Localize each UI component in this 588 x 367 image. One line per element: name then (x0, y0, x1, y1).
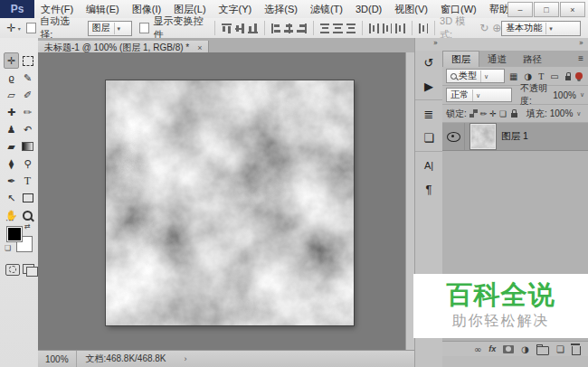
path-selection-tool[interactable]: ↖ (4, 190, 19, 206)
filter-kind-dropdown[interactable]: 类型 ∨ (446, 69, 505, 83)
actions-panel-icon[interactable]: ▶ (415, 74, 442, 98)
eraser-tool[interactable]: ▰ (4, 138, 19, 155)
swap-colors-icon[interactable]: ⇄ (24, 222, 31, 231)
rectangle-icon (23, 193, 33, 202)
distribute-horizontal-centers-icon[interactable] (383, 24, 392, 33)
link-layers-icon[interactable]: ∞ (474, 344, 481, 354)
blend-mode-dropdown[interactable]: 正常 ∨ (446, 88, 512, 102)
pen-tool[interactable]: ✒ (4, 173, 19, 189)
move-tool[interactable]: ✛ (4, 52, 19, 69)
menu-filter[interactable]: 滤镜(T) (304, 0, 349, 18)
align-top-edges-icon[interactable] (222, 24, 231, 33)
zoom-tool[interactable] (20, 207, 35, 223)
menu-select[interactable]: 选择(S) (258, 0, 304, 18)
3d-orbit-icon[interactable]: ↻ (479, 22, 488, 34)
lock-artboard-icon[interactable]: ❏ (499, 109, 507, 118)
align-horizontal-centers-icon[interactable] (284, 24, 293, 33)
blur-tool[interactable]: ⧫ (4, 155, 19, 172)
rectangle-tool[interactable] (20, 190, 35, 206)
adjustment-layer-icon[interactable]: ◑ (521, 344, 529, 354)
tool-preset-caret-icon[interactable]: ▾ (18, 25, 21, 32)
show-transform-checkbox[interactable] (139, 23, 150, 33)
history-panel-icon[interactable]: ↺ (415, 51, 442, 74)
collapse-panels-icon[interactable]: » (579, 39, 583, 47)
tab-channels[interactable]: 通道 (479, 52, 515, 67)
panel-menu-icon[interactable]: ≡ (578, 53, 583, 63)
close-button[interactable]: × (560, 2, 585, 17)
layer-row-selected[interactable]: 图层 1 (442, 123, 588, 151)
lasso-tool[interactable]: ϱ (4, 70, 19, 86)
workspace-dropdown[interactable]: 基本功能 ▾ (501, 21, 581, 36)
3d-pan-icon[interactable]: ⊕ (492, 22, 501, 34)
foreground-color-swatch[interactable] (6, 226, 23, 242)
filter-shape-layers-icon[interactable]: ▭ (550, 71, 558, 81)
align-bottom-edges-icon[interactable] (248, 24, 257, 33)
menu-3d[interactable]: 3D(D) (349, 0, 388, 18)
visibility-cell[interactable] (442, 123, 465, 150)
distribute-top-edges-icon[interactable] (320, 24, 329, 33)
screen-mode-button[interactable] (23, 264, 34, 274)
menu-view[interactable]: 视图(V) (388, 0, 434, 18)
history-brush-tool[interactable]: ↶ (20, 121, 35, 137)
zoom-level-field[interactable]: 100% (38, 351, 77, 367)
filter-type-layers-icon[interactable]: T (538, 71, 544, 81)
filter-pixel-layers-icon[interactable]: ▦ (509, 71, 517, 81)
opacity-value[interactable]: 100% (553, 90, 576, 100)
filter-smart-object-lock-icon[interactable] (565, 76, 572, 80)
move-tool-icon[interactable]: ✛ (7, 22, 16, 34)
distribute-spacing-icon[interactable] (419, 24, 428, 33)
tab-close-icon[interactable]: × (197, 43, 202, 52)
align-vertical-centers-icon[interactable] (235, 24, 244, 33)
lock-all-icon[interactable] (511, 113, 517, 118)
filter-adjustment-layers-icon[interactable]: ◑ (524, 71, 532, 81)
new-layer-icon[interactable]: ❏ (556, 344, 564, 354)
fill-value[interactable]: 100% (550, 108, 574, 118)
layer-style-icon[interactable]: fx (488, 344, 496, 353)
rectangular-marquee-tool[interactable] (20, 52, 35, 69)
tab-layers[interactable]: 图层 (442, 51, 479, 67)
distribute-bottom-edges-icon[interactable] (346, 24, 356, 33)
canvas-area[interactable] (38, 52, 414, 351)
layer-thumbnail[interactable] (470, 124, 496, 149)
clouds-image[interactable] (106, 80, 354, 325)
type-tool[interactable]: T (20, 173, 35, 189)
clone-stamp-tool[interactable]: ♟ (4, 121, 19, 137)
collapse-panels-icon[interactable]: » (433, 39, 438, 47)
align-left-edges-icon[interactable] (271, 24, 280, 33)
auto-select-target-dropdown[interactable]: 图层 ▾ (88, 21, 133, 36)
character-panel-icon[interactable]: A| (415, 154, 442, 177)
edit-toolbar-ellipsis[interactable]: ⋯ (5, 215, 15, 225)
add-layer-mask-icon[interactable] (503, 345, 514, 353)
status-options-chevron-icon[interactable]: › (175, 354, 214, 363)
maximize-button[interactable]: □ (534, 2, 559, 17)
layer-filter-toggle-icon[interactable] (575, 72, 583, 80)
align-right-edges-icon[interactable] (297, 24, 306, 33)
distribute-vertical-centers-icon[interactable] (333, 24, 342, 33)
tab-paths[interactable]: 路径 (515, 52, 550, 67)
brush-tool[interactable]: ✏ (20, 104, 35, 120)
chevron-down-icon: ∨ (472, 89, 483, 101)
menu-type[interactable]: 文字(Y) (213, 0, 259, 18)
quick-selection-tool[interactable]: ✎ (20, 70, 35, 86)
quick-mask-button[interactable] (5, 264, 20, 276)
delete-layer-icon[interactable] (572, 346, 581, 355)
crop-tool[interactable]: ▱ (4, 87, 19, 103)
eyedropper-tool[interactable]: ✐ (20, 87, 35, 103)
dodge-tool[interactable]: ⚲ (20, 155, 35, 172)
default-colors-icon[interactable]: ❏ (5, 244, 11, 252)
minimize-button[interactable]: – (507, 2, 533, 17)
clone-source-panel-icon[interactable]: ❏ (415, 126, 442, 149)
lock-transparency-icon[interactable] (469, 109, 478, 118)
divider (362, 21, 363, 35)
auto-select-checkbox[interactable] (26, 23, 37, 33)
lock-pixels-icon[interactable]: ✏ (480, 109, 488, 118)
gradient-tool[interactable] (20, 138, 35, 155)
lock-position-icon[interactable]: ✛ (489, 109, 497, 118)
paragraph-panel-icon[interactable]: ¶ (415, 177, 442, 201)
distribute-left-edges-icon[interactable] (369, 24, 378, 33)
distribute-right-edges-icon[interactable] (395, 24, 404, 33)
spot-healing-brush-tool[interactable]: ✚ (4, 104, 19, 120)
adjustments-panel-icon[interactable]: ≣ (415, 102, 442, 126)
new-group-icon[interactable] (536, 346, 549, 355)
menu-edit[interactable]: 编辑(E) (80, 0, 126, 18)
